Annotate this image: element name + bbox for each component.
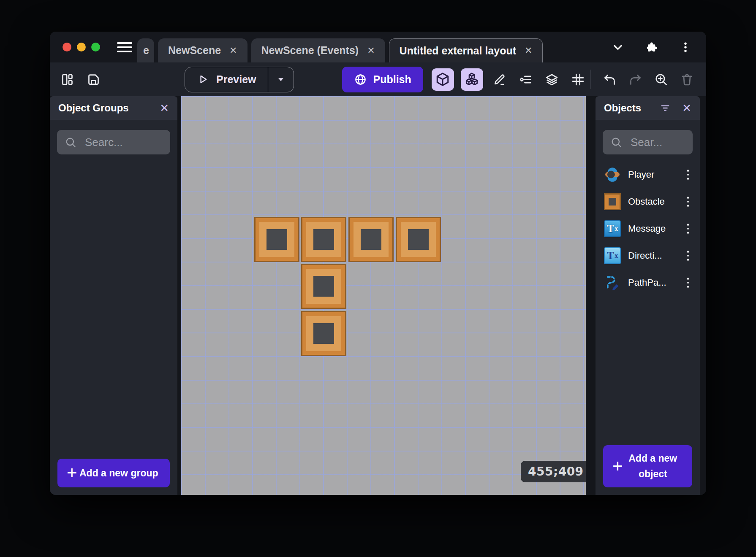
directions-text-object-icon: Tx	[604, 247, 621, 264]
app-window: e NewScene ✕ NewScene (Events) ✕ Untitle…	[50, 32, 706, 495]
object-name: Directi...	[628, 250, 677, 261]
preview-button[interactable]: Preview	[185, 67, 294, 92]
path-paint-object-icon	[604, 274, 621, 291]
redo-button[interactable]	[626, 70, 645, 89]
objects-filter-button[interactable]	[659, 102, 671, 114]
object-groups-search	[57, 130, 170, 154]
object-groups-search-input[interactable]	[84, 135, 163, 149]
message-text-object-icon: Tx	[604, 220, 621, 237]
obstacle-object-icon	[604, 193, 621, 210]
object-groups-header: Object Groups ✕	[50, 96, 177, 120]
titlebar-actions	[611, 40, 693, 54]
object-menu-button[interactable]	[685, 167, 692, 182]
close-window-button[interactable]	[63, 43, 71, 51]
tab-label: Untitled external layout	[400, 45, 516, 57]
add-group-label: Add a new group	[78, 465, 164, 481]
search-icon	[610, 136, 622, 148]
publish-button[interactable]: Publish	[342, 67, 423, 92]
kebab-menu-icon	[679, 41, 692, 54]
minimize-window-button[interactable]	[77, 43, 86, 51]
scene-canvas[interactable]: 455;409	[181, 96, 586, 495]
object-name: Player	[628, 169, 677, 180]
redo-icon	[628, 73, 642, 87]
close-icon: ✕	[682, 103, 691, 114]
instances-list-icon	[519, 73, 533, 87]
obstacle-instance[interactable]	[301, 217, 346, 262]
close-object-groups-button[interactable]: ✕	[160, 103, 169, 114]
open-panels-button[interactable]	[57, 70, 77, 89]
tab-close-icon[interactable]: ✕	[367, 45, 375, 56]
add-object-label: Add a new object	[624, 451, 686, 482]
save-icon	[87, 73, 101, 87]
save-button[interactable]	[84, 70, 103, 89]
add-object-button[interactable]: + Add a new object	[603, 445, 692, 487]
add-group-button[interactable]: + Add a new group	[57, 459, 170, 487]
globe-icon	[354, 73, 367, 86]
object-groups-panel: Object Groups ✕ + Add a new group	[50, 96, 177, 495]
tab-home-partial[interactable]: e	[137, 38, 154, 62]
undo-icon	[603, 73, 617, 87]
close-objects-button[interactable]: ✕	[682, 103, 691, 114]
tabs-overflow-button[interactable]	[611, 40, 625, 54]
pencil-icon	[492, 73, 506, 87]
objects-search-input[interactable]	[630, 135, 685, 149]
toggle-instances-view-button[interactable]	[461, 68, 483, 91]
caret-down-icon	[275, 74, 286, 85]
obstacle-instance[interactable]	[348, 217, 394, 262]
delete-button[interactable]	[677, 70, 697, 89]
window-menu-button[interactable]	[678, 40, 693, 54]
objects-panel: Objects ✕ Player	[596, 96, 700, 495]
tab-close-icon[interactable]: ✕	[229, 45, 237, 56]
main-menu-button[interactable]	[117, 42, 132, 52]
undo-button[interactable]	[600, 70, 620, 89]
toggle-grid-button[interactable]	[568, 70, 588, 89]
preview-label: Preview	[216, 73, 256, 86]
close-icon: ✕	[160, 103, 169, 114]
obstacle-instance[interactable]	[396, 217, 441, 262]
panels-layout-icon	[60, 73, 74, 87]
tab-close-icon[interactable]: ✕	[525, 45, 532, 56]
edit-objects-button[interactable]	[490, 70, 509, 89]
tab-newscene[interactable]: NewScene ✕	[158, 38, 247, 62]
object-name: Obstacle	[628, 196, 677, 207]
objects-title: Objects	[604, 102, 648, 114]
objects-search	[603, 130, 693, 154]
tab-newscene-events[interactable]: NewScene (Events) ✕	[251, 38, 385, 62]
tab-strip: e NewScene ✕ NewScene (Events) ✕ Untitle…	[137, 38, 601, 62]
layers-button[interactable]	[542, 70, 562, 89]
object-menu-button[interactable]	[685, 248, 692, 263]
cubes-icon	[464, 72, 479, 87]
obstacle-instance[interactable]	[301, 311, 346, 356]
obstacle-instance[interactable]	[254, 217, 299, 262]
search-icon	[65, 136, 76, 148]
object-row-directions[interactable]: Tx Directi...	[601, 242, 695, 269]
cube-icon	[435, 72, 450, 87]
tab-label: e	[143, 44, 149, 57]
plus-icon: +	[612, 457, 623, 475]
objects-header: Objects ✕	[596, 96, 700, 120]
object-menu-button[interactable]	[685, 194, 692, 209]
zoom-in-icon	[654, 73, 668, 87]
preview-options-button[interactable]	[268, 67, 294, 92]
obstacle-instance[interactable]	[301, 264, 346, 309]
object-row-pathpaint[interactable]: PathPa...	[601, 269, 695, 296]
object-name: PathPa...	[628, 277, 677, 288]
object-groups-title: Object Groups	[58, 102, 149, 114]
publish-label: Publish	[373, 73, 411, 86]
instances-list-button[interactable]	[516, 70, 536, 89]
object-row-message[interactable]: Tx Message	[601, 215, 695, 242]
object-row-obstacle[interactable]: Obstacle	[601, 188, 695, 215]
plus-icon: +	[67, 464, 77, 482]
toggle-3d-view-button[interactable]	[432, 68, 454, 91]
object-menu-button[interactable]	[685, 275, 692, 290]
object-row-player[interactable]: Player	[601, 161, 695, 188]
extensions-button[interactable]	[645, 40, 659, 54]
objects-list: Player Obstacle Tx Message	[596, 161, 700, 296]
tab-label: NewScene (Events)	[261, 44, 359, 57]
zoom-in-button[interactable]	[652, 70, 671, 89]
object-menu-button[interactable]	[685, 221, 692, 236]
tab-untitled-external-layout[interactable]: Untitled external layout ✕	[389, 38, 543, 62]
zoom-window-button[interactable]	[91, 43, 100, 51]
editor-main: Object Groups ✕ + Add a new group 455;40…	[50, 96, 706, 495]
layers-icon	[545, 73, 559, 87]
